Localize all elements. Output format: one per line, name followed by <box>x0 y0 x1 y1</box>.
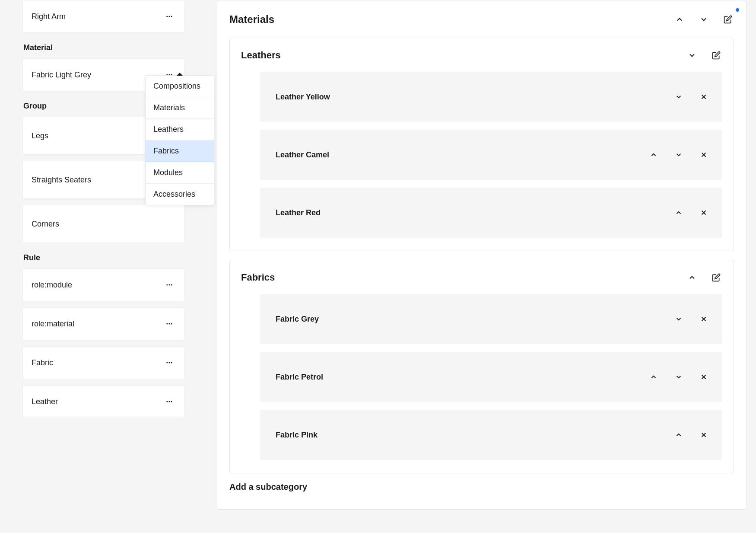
item-label: Leather Camel <box>276 150 329 160</box>
chevron-up-icon <box>675 431 683 439</box>
svg-point-10 <box>169 323 170 325</box>
remove-button[interactable] <box>698 207 709 218</box>
remove-button[interactable] <box>698 149 709 160</box>
sidebar-item-right-arm[interactable]: Right Arm <box>22 0 185 33</box>
sidebar-item-label: Fabric <box>32 358 53 367</box>
chevron-down-icon <box>675 315 683 323</box>
chevron-up-icon <box>688 273 696 282</box>
add-subcategory-button[interactable]: Add a subcategory <box>229 482 734 492</box>
svg-point-17 <box>171 401 172 402</box>
svg-point-0 <box>166 16 168 17</box>
chevron-down-icon <box>675 93 683 101</box>
material-item-leather-yellow[interactable]: Leather Yellow <box>260 72 722 122</box>
collapse-button[interactable] <box>686 49 698 61</box>
edit-button[interactable] <box>710 271 722 284</box>
svg-point-2 <box>171 16 172 17</box>
svg-point-1 <box>169 16 170 17</box>
close-icon <box>700 151 708 159</box>
sidebar-item-corners[interactable]: Corners <box>22 205 185 243</box>
category-leathers: Leathers Leather Yellow <box>229 38 734 251</box>
material-item-leather-camel[interactable]: Leather Camel <box>260 130 722 180</box>
chevron-up-icon <box>675 15 684 24</box>
dropdown-item-accessories[interactable]: Accessories <box>146 184 214 205</box>
sidebar-item-label: Corners <box>32 220 59 229</box>
sidebar-item-role-material[interactable]: role:material <box>22 307 185 340</box>
sidebar-item-label: Straights Seaters <box>32 176 91 185</box>
move-down-button[interactable] <box>673 149 684 160</box>
more-button[interactable] <box>163 10 176 23</box>
material-item-fabric-pink[interactable]: Fabric Pink <box>260 410 722 460</box>
sidebar-item-role-module[interactable]: role:module <box>22 268 185 301</box>
move-down-button[interactable] <box>673 371 684 383</box>
item-label: Leather Red <box>276 208 321 217</box>
dropdown-item-leathers[interactable]: Leathers <box>146 119 214 140</box>
svg-point-8 <box>171 284 172 286</box>
close-icon <box>700 209 708 217</box>
item-label: Fabric Grey <box>276 315 319 324</box>
chevron-up-icon <box>650 373 658 381</box>
material-item-fabric-petrol[interactable]: Fabric Petrol <box>260 352 722 402</box>
sidebar-item-leather[interactable]: Leather <box>22 385 185 418</box>
remove-button[interactable] <box>698 429 709 440</box>
edit-button[interactable] <box>710 49 722 61</box>
item-label: Fabric Pink <box>276 431 318 440</box>
materials-panel: Materials Leathers <box>217 0 746 510</box>
item-label: Fabric Petrol <box>276 373 323 382</box>
remove-button[interactable] <box>698 91 709 102</box>
move-up-button[interactable] <box>673 13 686 26</box>
dropdown-item-compositions[interactable]: Compositions <box>146 76 214 97</box>
material-item-leather-red[interactable]: Leather Red <box>260 188 722 238</box>
move-up-button[interactable] <box>648 371 659 383</box>
move-down-button[interactable] <box>698 13 710 26</box>
chevron-down-icon <box>699 15 708 24</box>
dropdown-item-modules[interactable]: Modules <box>146 162 214 184</box>
chevron-up-icon <box>650 151 658 159</box>
chevron-down-icon <box>675 151 683 159</box>
category-fabrics: Fabrics Fabric Grey <box>229 260 734 473</box>
svg-point-11 <box>171 323 172 325</box>
edit-icon <box>712 273 721 282</box>
close-icon <box>700 431 708 439</box>
sidebar-item-label: Right Arm <box>32 12 66 21</box>
move-down-button[interactable] <box>673 313 684 325</box>
svg-point-16 <box>169 401 170 402</box>
material-item-fabric-grey[interactable]: Fabric Grey <box>260 294 722 344</box>
move-up-button[interactable] <box>673 429 684 440</box>
breadcrumb-dropdown: Compositions Materials Leathers Fabrics … <box>145 75 214 205</box>
edit-icon <box>724 15 732 24</box>
move-up-button[interactable] <box>648 149 659 160</box>
svg-point-9 <box>166 323 168 325</box>
remove-button[interactable] <box>698 313 709 325</box>
sidebar-item-label: Leather <box>32 397 58 406</box>
move-up-button[interactable] <box>673 207 684 218</box>
close-icon <box>700 93 708 101</box>
more-button[interactable] <box>163 278 176 291</box>
more-horizontal-icon <box>165 359 173 367</box>
remove-button[interactable] <box>698 371 709 383</box>
panel-title: Materials <box>229 13 274 26</box>
dropdown-item-materials[interactable]: Materials <box>146 97 214 119</box>
sidebar-item-label: Legs <box>32 131 48 140</box>
sidebar-item-label: Fabric Light Grey <box>32 70 91 80</box>
dropdown-item-fabrics[interactable]: Fabrics <box>146 140 214 162</box>
svg-point-13 <box>169 362 170 364</box>
close-icon <box>700 315 708 323</box>
item-label: Leather Yellow <box>276 93 330 102</box>
move-down-button[interactable] <box>673 91 684 102</box>
sidebar-item-fabric[interactable]: Fabric <box>22 346 185 379</box>
expand-button[interactable] <box>686 271 698 284</box>
more-horizontal-icon <box>165 320 173 328</box>
more-horizontal-icon <box>165 281 173 289</box>
svg-point-15 <box>166 401 168 402</box>
main-content: Materials Leathers <box>207 0 756 533</box>
more-button[interactable] <box>163 356 176 369</box>
section-title-rule: Rule <box>22 253 185 262</box>
svg-point-6 <box>166 284 168 286</box>
more-button[interactable] <box>163 317 176 330</box>
section-title-material: Material <box>22 43 185 52</box>
more-button[interactable] <box>163 395 176 408</box>
category-title: Fabrics <box>241 272 275 283</box>
edit-icon <box>712 51 721 60</box>
edit-button[interactable] <box>722 13 734 26</box>
svg-point-14 <box>171 362 172 364</box>
